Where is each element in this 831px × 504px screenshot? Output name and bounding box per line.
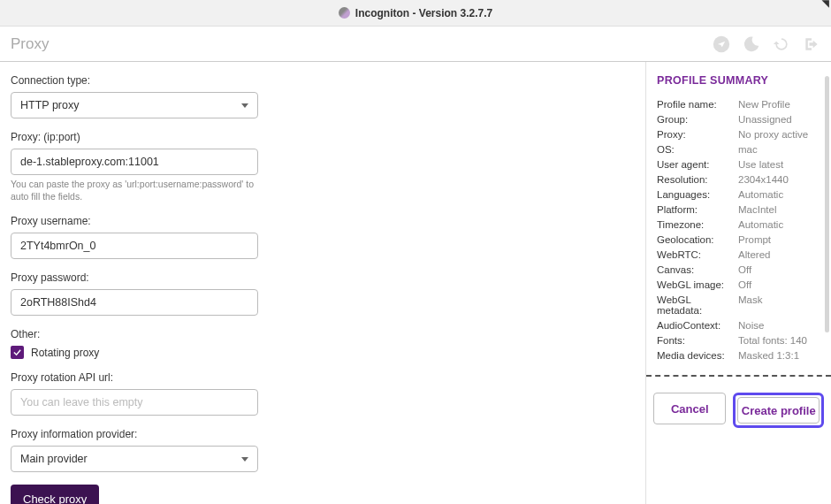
rotation-url-input[interactable] <box>11 389 258 416</box>
summary-row: User agent:Use latest <box>657 159 827 170</box>
header: Proxy <box>0 27 831 62</box>
rotating-proxy-checkbox[interactable] <box>11 346 24 359</box>
summary-value: MacIntel <box>738 204 827 215</box>
summary-row: Platform:MacIntel <box>657 204 827 215</box>
summary-key: Profile name: <box>657 99 738 110</box>
summary-row: Group:Unassigned <box>657 114 827 125</box>
summary-value: No proxy active <box>738 129 827 140</box>
summary-value: Altered <box>738 249 827 260</box>
summary-row: Geolocation:Prompt <box>657 234 827 245</box>
checkmark-icon <box>12 347 22 357</box>
moon-icon[interactable] <box>743 35 760 53</box>
summary-value: Unassigned <box>738 114 827 125</box>
summary-value: Off <box>738 279 827 290</box>
connection-type-label: Connection type: <box>11 74 635 87</box>
titlebar-text: Incogniton - Version 3.2.7.7 <box>355 7 492 19</box>
proxy-password-input[interactable] <box>11 289 258 316</box>
summary-value: Total fonts: 140 <box>738 335 827 346</box>
summary-value: mac <box>738 144 827 155</box>
chevron-down-icon <box>241 103 248 108</box>
refresh-icon[interactable] <box>773 35 790 53</box>
provider-value: Main provider <box>20 453 88 465</box>
summary-value: Automatic <box>738 189 827 200</box>
proxy-form: Connection type: HTTP proxy Proxy: (ip:p… <box>0 62 645 504</box>
footer-buttons: Cancel Create profile <box>646 375 831 428</box>
summary-row: Proxy:No proxy active <box>657 129 827 140</box>
profile-summary-panel: PROFILE SUMMARY Profile name:New Profile… <box>645 62 831 504</box>
summary-row: WebRTC:Altered <box>657 249 827 260</box>
page-title: Proxy <box>11 35 713 53</box>
summary-key: Geolocation: <box>657 234 738 245</box>
summary-key: Fonts: <box>657 335 738 346</box>
proxy-input[interactable] <box>11 149 258 175</box>
summary-row: Fonts:Total fonts: 140 <box>657 335 827 346</box>
summary-row: WebGL metadata:Mask <box>657 294 827 316</box>
summary-row: Profile name:New Profile <box>657 99 827 110</box>
summary-key: Media devices: <box>657 350 738 361</box>
summary-key: Canvas: <box>657 264 738 275</box>
summary-value: New Profile <box>738 99 827 110</box>
summary-key: Timezone: <box>657 219 738 230</box>
rotation-url-label: Proxy rotation API url: <box>11 371 635 384</box>
summary-value: Off <box>738 264 827 275</box>
summary-row: Media devices:Masked 1:3:1 <box>657 350 827 361</box>
summary-key: Platform: <box>657 204 738 215</box>
summary-value: Use latest <box>738 159 827 170</box>
window-corner-icon[interactable]: ◥ <box>822 0 829 8</box>
header-icons <box>713 35 820 53</box>
proxy-username-input[interactable] <box>11 233 258 259</box>
summary-key: Resolution: <box>657 174 738 185</box>
summary-key: WebGL metadata: <box>657 294 738 316</box>
exit-icon[interactable] <box>803 35 820 53</box>
summary-row: WebGL image:Off <box>657 279 827 290</box>
summary-value: Masked 1:3:1 <box>738 350 827 361</box>
provider-select[interactable]: Main provider <box>11 446 258 472</box>
connection-type-value: HTTP proxy <box>20 99 79 111</box>
summary-row: AudioContext:Noise <box>657 320 827 331</box>
create-profile-highlight: Create profile <box>733 393 824 428</box>
summary-value: 2304x1440 <box>738 174 827 185</box>
summary-key: User agent: <box>657 159 738 170</box>
connection-type-select[interactable]: HTTP proxy <box>11 92 258 118</box>
chevron-down-icon <box>241 457 248 462</box>
send-icon[interactable] <box>713 35 730 53</box>
profile-summary-title: PROFILE SUMMARY <box>657 74 827 87</box>
titlebar: Incogniton - Version 3.2.7.7 ◥ <box>0 0 831 27</box>
summary-key: AudioContext: <box>657 320 738 331</box>
create-profile-button[interactable]: Create profile <box>737 397 820 424</box>
other-label: Other: <box>11 328 635 340</box>
summary-key: OS: <box>657 144 738 155</box>
profile-summary-list: Profile name:New ProfileGroup:Unassigned… <box>657 99 827 361</box>
proxy-helper-text: You can paste the proxy as 'url:port:use… <box>11 179 258 202</box>
summary-key: Group: <box>657 114 738 125</box>
summary-key: WebGL image: <box>657 279 738 290</box>
proxy-username-label: Proxy username: <box>11 215 635 227</box>
summary-row: Languages:Automatic <box>657 189 827 200</box>
summary-row: Resolution:2304x1440 <box>657 174 827 185</box>
summary-value: Automatic <box>738 219 827 230</box>
summary-value: Mask <box>738 294 827 316</box>
summary-value: Prompt <box>738 234 827 245</box>
summary-row: Canvas:Off <box>657 264 827 275</box>
check-proxy-button[interactable]: Check proxy <box>11 485 99 504</box>
summary-key: Languages: <box>657 189 738 200</box>
provider-label: Proxy information provider: <box>11 428 635 440</box>
rotating-proxy-label: Rotating proxy <box>31 347 99 359</box>
summary-row: OS:mac <box>657 144 827 155</box>
summary-value: Noise <box>738 320 827 331</box>
cancel-button[interactable]: Cancel <box>653 393 726 424</box>
summary-key: Proxy: <box>657 129 738 140</box>
summary-row: Timezone:Automatic <box>657 219 827 230</box>
summary-key: WebRTC: <box>657 249 738 260</box>
scrollbar[interactable] <box>825 76 829 332</box>
app-logo-icon <box>339 7 350 19</box>
proxy-label: Proxy: (ip:port) <box>11 131 635 143</box>
proxy-password-label: Proxy password: <box>11 271 635 284</box>
